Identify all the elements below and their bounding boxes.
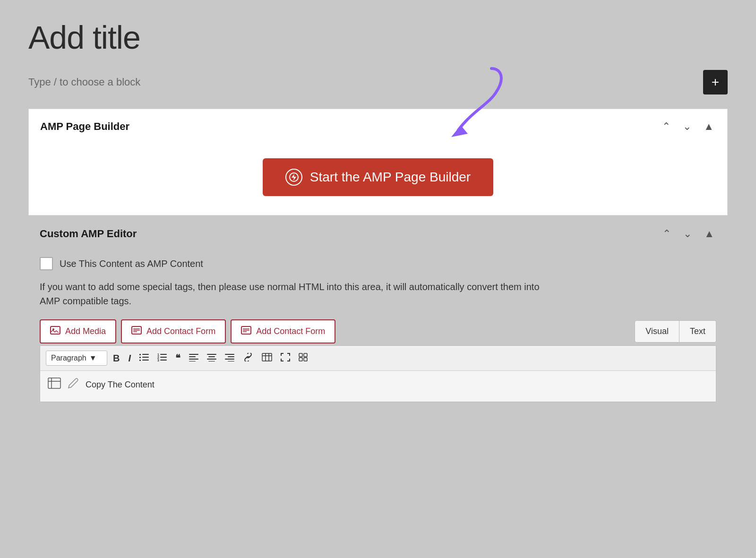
paragraph-label: Paragraph: [51, 354, 86, 362]
amp-page-builder-section: AMP Page Builder ⌃ ⌄ ▲: [28, 109, 728, 215]
svg-rect-21: [160, 357, 167, 358]
add-contact-form-2-label: Add Contact Form: [256, 326, 325, 336]
block-prompt-text: Type / to choose a block: [28, 76, 140, 88]
amp-content-checkbox-label: Use This Content as AMP Content: [60, 258, 203, 269]
svg-rect-34: [225, 359, 234, 360]
add-block-button[interactable]: +: [703, 70, 728, 94]
svg-rect-14: [139, 357, 141, 358]
grid-button[interactable]: [296, 351, 311, 366]
align-right-button[interactable]: [222, 351, 237, 366]
editor-format-toolbar: Paragraph ▼ B I: [40, 346, 716, 371]
editor-left-buttons: Add Media Add Contact Form: [40, 319, 335, 343]
amp-description: If you want to add some special tags, th…: [40, 280, 559, 308]
editor-area: Paragraph ▼ B I: [40, 345, 716, 402]
svg-rect-44: [48, 378, 60, 388]
svg-rect-36: [262, 353, 272, 361]
amp-content-checkbox-row: Use This Content as AMP Content: [40, 257, 716, 270]
media-icon: [50, 326, 60, 337]
amp-up-button[interactable]: ⌃: [660, 119, 672, 135]
bold-button[interactable]: B: [110, 351, 122, 366]
amp-collapse-button[interactable]: ▲: [702, 119, 716, 135]
link-button[interactable]: [240, 351, 256, 366]
svg-rect-42: [299, 358, 302, 361]
svg-rect-12: [139, 354, 141, 355]
svg-rect-33: [228, 356, 234, 357]
chevron-up-icon: ⌃: [662, 120, 670, 133]
svg-rect-24: [189, 354, 198, 355]
align-center-button[interactable]: [204, 351, 219, 366]
svg-rect-40: [299, 353, 302, 357]
ordered-list-button[interactable]: 1 2 3: [155, 351, 170, 366]
editor-content-area[interactable]: Copy The Content: [40, 371, 716, 398]
blockquote-button[interactable]: ❝: [172, 351, 183, 366]
svg-rect-16: [139, 360, 141, 361]
svg-rect-17: [142, 360, 149, 361]
custom-amp-collapse-button[interactable]: ▲: [702, 226, 716, 242]
start-amp-button[interactable]: Start the AMP Page Builder: [263, 158, 493, 196]
add-contact-form-1-button[interactable]: Add Contact Form: [121, 319, 226, 343]
amp-section-controls: ⌃ ⌄ ▲: [660, 119, 716, 135]
custom-amp-editor-section: Custom AMP Editor ⌃ ⌄ ▲ Use This Content…: [28, 215, 728, 402]
amp-section-title: AMP Page Builder: [40, 120, 129, 133]
triangle-up-icon-2: ▲: [704, 228, 714, 240]
unordered-list-button[interactable]: [137, 351, 152, 366]
pencil-icon: [68, 378, 79, 392]
svg-rect-27: [189, 361, 196, 361]
amp-down-button[interactable]: ⌄: [681, 119, 693, 135]
add-media-button[interactable]: Add Media: [40, 319, 116, 343]
custom-amp-up-button[interactable]: ⌃: [661, 226, 673, 242]
chevron-up-icon-2: ⌃: [662, 228, 671, 240]
amp-section-body: Start the AMP Page Builder: [29, 144, 727, 215]
add-contact-form-1-label: Add Contact Form: [146, 326, 215, 336]
block-prompt-row: Type / to choose a block +: [28, 70, 728, 94]
svg-rect-30: [207, 359, 216, 360]
svg-rect-19: [160, 354, 167, 355]
svg-rect-31: [208, 361, 215, 361]
start-amp-label: Start the AMP Page Builder: [310, 170, 471, 185]
svg-rect-41: [304, 353, 307, 357]
visual-mode-button[interactable]: Visual: [635, 320, 679, 343]
contact-form-icon-1: [131, 326, 142, 337]
chevron-down-icon: ⌄: [683, 120, 691, 133]
svg-rect-25: [189, 356, 196, 357]
table-button[interactable]: [259, 351, 275, 366]
svg-rect-26: [189, 359, 198, 360]
svg-rect-2: [51, 326, 60, 334]
editor-content-text: Copy The Content: [86, 380, 155, 390]
svg-rect-35: [228, 361, 234, 361]
editor-view-buttons: Visual Text: [635, 320, 716, 343]
custom-amp-title: Custom AMP Editor: [40, 228, 137, 240]
chevron-down-icon-2: ⌄: [683, 228, 692, 240]
contact-form-icon-2: [241, 326, 251, 337]
svg-rect-28: [207, 354, 216, 355]
svg-rect-43: [304, 358, 307, 361]
amp-content-checkbox[interactable]: [40, 257, 53, 270]
text-label: Text: [690, 326, 705, 336]
page-title[interactable]: Add title: [28, 19, 728, 56]
add-contact-form-2-button[interactable]: Add Contact Form: [231, 319, 335, 343]
plus-icon: +: [712, 75, 719, 90]
add-media-label: Add Media: [65, 326, 106, 336]
custom-amp-body: Use This Content as AMP Content If you w…: [28, 252, 728, 402]
align-left-button[interactable]: [186, 351, 201, 366]
svg-rect-23: [160, 360, 167, 361]
custom-amp-down-button[interactable]: ⌄: [681, 226, 694, 242]
text-mode-button[interactable]: Text: [679, 320, 716, 343]
dropdown-arrow-icon: ▼: [89, 354, 97, 362]
svg-text:3: 3: [157, 359, 159, 361]
triangle-up-icon: ▲: [704, 120, 714, 133]
fullscreen-button[interactable]: [278, 351, 293, 366]
content-block-icon: [48, 378, 61, 392]
svg-rect-29: [208, 356, 215, 357]
amp-section-header: AMP Page Builder ⌃ ⌄ ▲: [29, 109, 727, 144]
amp-bolt-icon: [285, 169, 302, 186]
custom-amp-header: Custom AMP Editor ⌃ ⌄ ▲: [28, 215, 728, 252]
svg-rect-15: [142, 357, 149, 358]
custom-amp-controls: ⌃ ⌄ ▲: [661, 226, 716, 242]
svg-rect-13: [142, 354, 149, 355]
paragraph-select[interactable]: Paragraph ▼: [46, 351, 107, 366]
visual-label: Visual: [645, 326, 669, 336]
italic-button[interactable]: I: [125, 351, 134, 366]
svg-rect-32: [225, 354, 234, 355]
editor-toolbar-row: Add Media Add Contact Form: [40, 319, 716, 343]
